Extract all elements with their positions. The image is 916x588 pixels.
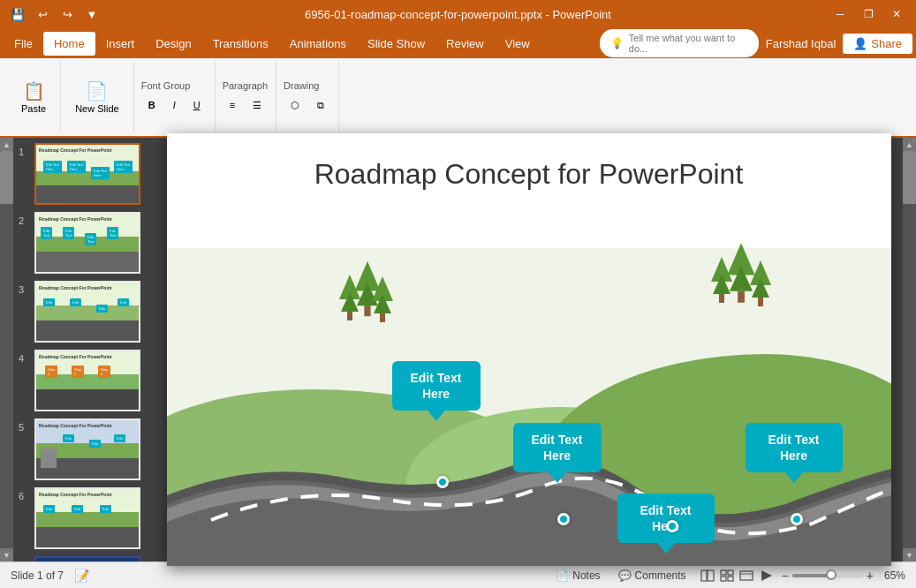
callout-2[interactable]: Edit TextHere	[513, 423, 602, 472]
clipboard-group: 📋 Paste	[7, 62, 61, 132]
username: Farshad Iqbal	[766, 37, 837, 50]
view-icons	[699, 567, 775, 584]
slide-1-thumbnail: Roadmap Concept For PowerPoint Edit Text…	[34, 143, 140, 205]
slide-3-thumbnail: Roadmap Concept For PowerPoint Edit Edit…	[34, 281, 140, 343]
slide-notes-icon: 📝	[74, 569, 89, 583]
scroll-up-arrow[interactable]: ▲	[0, 138, 13, 151]
status-left: Slide 1 of 7 📝	[11, 569, 89, 583]
slide-title: Roadmap Concept for PowerPoint	[167, 158, 891, 191]
comments-label: Comments	[635, 569, 686, 582]
slide-7-thumbnail: Slideforest	[34, 556, 140, 562]
slide-scene: Edit TextHere Edit TextHere Edit TextHer…	[167, 248, 891, 566]
drawing-group: Drawing ⬡ ⧉	[276, 62, 339, 132]
font-group: Font Group B I U	[134, 62, 216, 132]
callout-4-text: Edit TextHere	[768, 433, 819, 463]
tell-me-placeholder: Tell me what you want to do...	[629, 33, 748, 54]
italic-button[interactable]: I	[166, 96, 183, 114]
svg-rect-3	[728, 570, 733, 575]
arrange-button[interactable]: ⧉	[310, 96, 331, 115]
share-button[interactable]: 👤 Share	[843, 34, 912, 54]
svg-rect-0	[701, 570, 707, 581]
notes-label: Notes	[572, 569, 600, 582]
align-center-button[interactable]: ☰	[246, 96, 269, 115]
menu-view[interactable]: View	[495, 32, 541, 56]
scroll-down-button[interactable]: ▼	[903, 548, 916, 562]
callout-4[interactable]: Edit TextHere	[746, 423, 843, 472]
slide-thumb-2[interactable]: 2 Roadmap Concept For PowerPoint EditTex…	[17, 210, 151, 275]
callout-3[interactable]: Edit TextHere	[617, 494, 715, 543]
save-button[interactable]: 💾	[7, 4, 28, 25]
comments-icon: 💬	[618, 569, 632, 582]
slides-panel-scrollbar[interactable]: ▲ ▼	[0, 138, 13, 562]
svg-rect-4	[721, 577, 726, 581]
zoom-out-button[interactable]: −	[782, 569, 789, 583]
slide-canvas[interactable]: Roadmap Concept for PowerPoint	[167, 133, 891, 566]
callout-1-text: Edit TextHere	[410, 371, 461, 401]
slideshow-view-button[interactable]	[757, 567, 775, 584]
menu-transitions[interactable]: Transitions	[202, 32, 279, 56]
window-controls: ─ ❐ ✕	[828, 2, 909, 26]
tell-me-input[interactable]: 💡 Tell me what you want to do...	[600, 29, 759, 57]
slide-thumb-4[interactable]: 4 Roadmap Concept For PowerPoint Step1 S…	[17, 348, 151, 413]
undo-button[interactable]: ↩	[32, 4, 53, 25]
slide-sorter-button[interactable]	[718, 567, 736, 584]
scroll-thumb[interactable]	[0, 151, 13, 204]
comments-button[interactable]: 💬 Comments	[613, 568, 692, 584]
redo-button[interactable]: ↪	[57, 4, 78, 25]
menu-animations[interactable]: Animations	[279, 32, 357, 56]
align-left-button[interactable]: ≡	[223, 96, 242, 115]
notes-button[interactable]: 📄 Notes	[550, 568, 605, 584]
svg-rect-5	[728, 577, 733, 581]
svg-rect-2	[721, 570, 726, 575]
slides-group: 📄 New Slide	[61, 62, 134, 132]
slide-thumb-1[interactable]: 1 Roadmap Concept For PowerPoint Edit Te…	[17, 141, 151, 207]
underline-button[interactable]: U	[186, 96, 208, 114]
notes-icon: 📄	[556, 569, 569, 582]
menu-slideshow[interactable]: Slide Show	[357, 32, 435, 56]
normal-view-button[interactable]	[699, 567, 716, 584]
scroll-track	[0, 151, 13, 548]
scroll-thumb-vertical[interactable]	[903, 151, 916, 204]
reading-view-button[interactable]	[738, 567, 755, 584]
slide-thumb-5[interactable]: 5 Roadmap Concept For PowerPoint Edit Ed…	[17, 417, 151, 482]
canvas-scrollbar-vertical[interactable]: ▲ ▼	[903, 138, 916, 562]
slide-2-thumbnail: Roadmap Concept For PowerPoint EditText …	[34, 212, 140, 274]
callout-1[interactable]: Edit TextHere	[392, 361, 481, 411]
slide-4-thumbnail: Roadmap Concept For PowerPoint Step1 Ste…	[34, 350, 140, 411]
bold-button[interactable]: B	[141, 96, 163, 114]
maximize-button[interactable]: ❐	[856, 2, 881, 26]
zoom-slider[interactable]	[792, 574, 863, 577]
scroll-up-button[interactable]: ▲	[903, 138, 916, 151]
road-dot-3	[666, 520, 678, 532]
callout-2-text: Edit TextHere	[531, 433, 582, 463]
slide-6-thumbnail: Roadmap Concept For PowerPoint Edit Edit…	[34, 487, 140, 549]
road-dot-1	[436, 476, 449, 488]
menu-review[interactable]: Review	[435, 32, 495, 56]
scroll-down-arrow[interactable]: ▼	[0, 548, 13, 562]
slide-thumb-3[interactable]: 3 Roadmap Concept For PowerPoint Edit Ed…	[17, 279, 151, 344]
close-button[interactable]: ✕	[884, 2, 909, 26]
slides-panel: 1 Roadmap Concept For PowerPoint Edit Te…	[13, 138, 155, 562]
svg-marker-8	[761, 570, 772, 581]
road-graphic	[167, 248, 891, 566]
zoom-in-button[interactable]: +	[867, 569, 874, 583]
menu-insert[interactable]: Insert	[95, 32, 146, 56]
slide-thumb-7[interactable]: 7 Slideforest	[17, 554, 151, 562]
customize-quick-access-button[interactable]: ▼	[81, 4, 102, 25]
menu-design[interactable]: Design	[145, 32, 201, 56]
minimize-button[interactable]: ─	[828, 2, 852, 26]
menu-home[interactable]: Home	[43, 32, 95, 56]
zoom-control: − + 65%	[782, 569, 905, 583]
zoom-handle[interactable]	[826, 569, 837, 580]
zoom-level: 65%	[877, 569, 905, 582]
quick-access-toolbar: 💾 ↩ ↪ ▼	[7, 4, 102, 25]
menu-file[interactable]: File	[4, 32, 43, 56]
shapes-button[interactable]: ⬡	[284, 96, 307, 115]
road-dot-2	[557, 513, 570, 525]
new-slide-button[interactable]: 📄 New Slide	[68, 77, 126, 117]
ribbon: 📋 Paste 📄 New Slide Font Group B I U Par…	[0, 58, 916, 138]
paste-button[interactable]: 📋 Paste	[14, 77, 53, 117]
slide-info: Slide 1 of 7	[11, 569, 64, 582]
slide-thumb-6[interactable]: 6 Roadmap Concept For PowerPoint Edit Ed…	[17, 486, 151, 551]
menu-bar: File Home Insert Design Transitions Anim…	[0, 28, 916, 58]
